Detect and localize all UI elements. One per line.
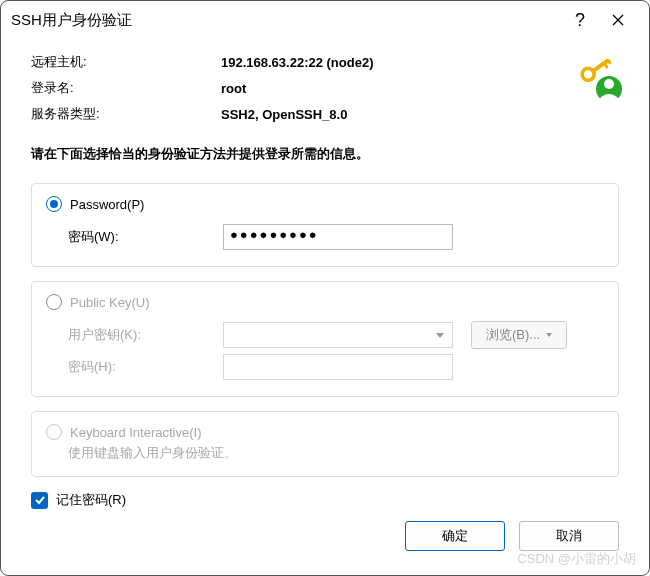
userkey-combo[interactable] <box>223 322 453 348</box>
publickey-group: Public Key(U) 用户密钥(K): 浏览(B)... 密码(H): <box>31 281 619 397</box>
close-icon <box>612 14 624 26</box>
cancel-button[interactable]: 取消 <box>519 521 619 551</box>
server-type-label: 服务器类型: <box>31 105 221 123</box>
remember-label: 记住密码(R) <box>56 491 126 509</box>
browse-button[interactable]: 浏览(B)... <box>471 321 567 349</box>
remember-row[interactable]: 记住密码(R) <box>31 491 619 509</box>
check-icon <box>34 494 46 506</box>
cancel-button-label: 取消 <box>556 527 582 545</box>
password-input[interactable]: ●●●●●●●●● <box>223 224 453 250</box>
publickey-radio[interactable] <box>46 294 62 310</box>
passphrase-input <box>223 354 453 380</box>
remote-host-label: 远程主机: <box>31 53 221 71</box>
remember-checkbox[interactable] <box>31 492 48 509</box>
browse-button-label: 浏览(B)... <box>486 326 540 344</box>
help-button[interactable]: ? <box>561 5 599 35</box>
server-type-value: SSH2, OpenSSH_8.0 <box>221 107 347 122</box>
publickey-radio-row[interactable]: Public Key(U) <box>46 294 604 310</box>
ssh-auth-dialog: SSH用户身份验证 ? 远程主机: 192.168.63.22:22 (node… <box>0 0 650 576</box>
login-value: root <box>221 81 246 96</box>
publickey-radio-label: Public Key(U) <box>70 295 149 310</box>
svg-point-1 <box>604 79 614 89</box>
connection-info: 远程主机: 192.168.63.22:22 (node2) 登录名: root… <box>31 49 619 127</box>
keyboard-radio-row: Keyboard Interactive(I) <box>46 424 604 440</box>
close-button[interactable] <box>599 5 637 35</box>
keyboard-group: Keyboard Interactive(I) 使用键盘输入用户身份验证。 <box>31 411 619 477</box>
login-label: 登录名: <box>31 79 221 97</box>
password-group: Password(P) 密码(W): ●●●●●●●●● <box>31 183 619 267</box>
dialog-content: 远程主机: 192.168.63.22:22 (node2) 登录名: root… <box>1 39 649 575</box>
keyboard-radio-label: Keyboard Interactive(I) <box>70 425 202 440</box>
instruction-text: 请在下面选择恰当的身份验证方法并提供登录所需的信息。 <box>31 145 619 163</box>
ok-button-label: 确定 <box>442 527 468 545</box>
ok-button[interactable]: 确定 <box>405 521 505 551</box>
password-radio-label: Password(P) <box>70 197 144 212</box>
remote-host-value: 192.168.63.22:22 (node2) <box>221 55 373 70</box>
password-radio-row[interactable]: Password(P) <box>46 196 604 212</box>
button-row: 确定 取消 <box>31 521 619 551</box>
userkey-label: 用户密钥(K): <box>68 326 223 344</box>
titlebar: SSH用户身份验证 ? <box>1 1 649 39</box>
keyboard-desc: 使用键盘输入用户身份验证。 <box>68 444 604 462</box>
passphrase-label: 密码(H): <box>68 358 223 376</box>
password-field-label: 密码(W): <box>68 228 223 246</box>
dialog-title: SSH用户身份验证 <box>11 11 561 30</box>
auth-icon <box>579 59 627 107</box>
password-radio[interactable] <box>46 196 62 212</box>
keyboard-radio <box>46 424 62 440</box>
